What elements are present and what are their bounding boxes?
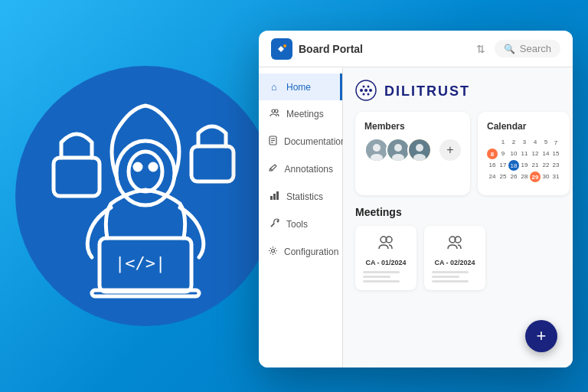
svg-point-10	[283, 44, 286, 47]
cal-day-23[interactable]: 23	[551, 160, 560, 171]
cal-day-10[interactable]: 10	[508, 149, 519, 159]
circle-background: |</>|	[15, 66, 276, 326]
cal-day-28[interactable]: 28	[520, 172, 529, 182]
meeting-lines-2	[432, 271, 478, 283]
brand-logo-icon	[355, 80, 377, 101]
sidebar-item-statistics[interactable]: Statistics	[259, 183, 342, 211]
fab-button[interactable]: +	[525, 320, 557, 352]
cal-day-21[interactable]: 21	[530, 160, 541, 171]
svg-point-25	[368, 93, 370, 96]
svg-text:|</>|: |</>|	[115, 253, 165, 273]
meeting-icon-2	[446, 234, 463, 254]
app-window: Board Portal ⇅ 🔍 Search ⌂ Home	[259, 31, 573, 368]
meeting-line	[363, 276, 390, 278]
cal-header-2: 2	[508, 138, 519, 148]
sidebar-label-annotations: Annotations	[285, 164, 333, 175]
cards-row: Members	[355, 112, 560, 195]
add-member-button[interactable]: +	[439, 139, 461, 161]
meeting-line	[363, 280, 400, 283]
svg-rect-14	[270, 196, 273, 200]
cal-day-26[interactable]: 26	[508, 172, 519, 182]
members-avatars: +	[364, 138, 461, 162]
cal-day-18-highlighted[interactable]: 18	[508, 160, 519, 171]
svg-rect-0	[54, 158, 100, 196]
sidebar-label-documentation: Documentation	[284, 136, 346, 147]
search-icon: 🔍	[504, 44, 515, 54]
sidebar-item-meetings[interactable]: Meetings	[259, 100, 342, 128]
documentation-icon	[268, 136, 278, 148]
cal-day-24[interactable]: 24	[487, 172, 498, 182]
cal-day-8-today[interactable]: 8	[487, 149, 498, 159]
cal-day-31[interactable]: 31	[551, 172, 560, 182]
meetings-icon	[268, 108, 280, 120]
brand-name: DiliTrust	[384, 82, 470, 100]
members-card: Members	[355, 112, 470, 195]
sidebar-item-home[interactable]: ⌂ Home	[259, 74, 342, 100]
svg-point-27	[373, 144, 381, 152]
cal-day-16[interactable]: 16	[487, 160, 498, 171]
svg-point-3	[129, 152, 162, 191]
svg-rect-1	[191, 146, 234, 181]
cal-day-15[interactable]: 15	[551, 149, 560, 159]
meetings-section: Meetings CA - 01/2024	[355, 206, 560, 290]
meeting-icon-1	[377, 234, 394, 254]
calendar-card: Calendar 1 2 3 4 5 7 8 9 10 11	[478, 112, 570, 195]
svg-rect-16	[276, 191, 279, 200]
cal-day-14[interactable]: 14	[541, 149, 550, 159]
sort-icon[interactable]: ⇅	[476, 43, 485, 55]
cal-day-9[interactable]: 9	[498, 149, 508, 159]
meeting-label-1: CA - 01/2024	[365, 259, 406, 266]
configuration-icon	[268, 246, 278, 258]
hacker-illustration: |</>|	[38, 89, 253, 303]
meeting-label-2: CA - 02/2024	[434, 259, 475, 266]
cal-day-22[interactable]: 22	[541, 160, 550, 171]
svg-point-30	[394, 144, 402, 152]
sidebar-item-configuration[interactable]: Configuration	[259, 238, 342, 266]
meetings-section-title: Meetings	[355, 206, 560, 218]
sidebar-label-meetings: Meetings	[286, 109, 324, 119]
meeting-line	[363, 271, 400, 273]
svg-point-19	[360, 89, 363, 92]
svg-point-5	[150, 164, 156, 170]
svg-point-11	[272, 109, 275, 113]
sidebar-item-tools[interactable]: Tools	[259, 211, 342, 238]
sidebar-item-annotations[interactable]: Annotations	[259, 155, 342, 183]
cal-day-29[interactable]: 29	[530, 172, 541, 182]
search-placeholder: Search	[520, 43, 551, 54]
avatar-3	[407, 138, 432, 162]
cal-day-25[interactable]: 25	[498, 172, 508, 182]
meeting-line	[432, 280, 469, 283]
calendar-card-title: Calendar	[487, 121, 560, 132]
brand-header: DiliTrust	[355, 80, 560, 101]
cal-day-30[interactable]: 30	[541, 172, 550, 182]
meetings-row: CA - 01/2024	[355, 226, 560, 290]
cal-header-1: 1	[498, 138, 508, 148]
svg-point-33	[416, 144, 423, 152]
cal-day-11[interactable]: 11	[520, 149, 529, 159]
sidebar-label-tools: Tools	[286, 219, 308, 230]
cal-header-5: 5	[541, 138, 550, 148]
annotations-icon	[268, 163, 279, 175]
cal-day-7[interactable]: 7	[551, 138, 560, 148]
cal-day-empty-1	[487, 183, 498, 186]
fab-icon: +	[537, 326, 547, 346]
cal-header-4: 4	[530, 138, 541, 148]
sidebar-label-home: Home	[286, 82, 311, 93]
meeting-card-1[interactable]: CA - 01/2024	[355, 226, 416, 290]
svg-point-22	[363, 86, 365, 88]
cal-day-12[interactable]: 12	[530, 149, 541, 159]
meeting-card-2[interactable]: CA - 02/2024	[424, 226, 485, 290]
sidebar-item-documentation[interactable]: Documentation	[259, 128, 342, 155]
search-bar[interactable]: 🔍 Search	[495, 40, 560, 57]
home-icon: ⌂	[268, 81, 280, 93]
cal-day-17[interactable]: 17	[498, 160, 508, 171]
main-content: ⌂ Home Meetings	[259, 67, 573, 368]
sidebar-label-statistics: Statistics	[286, 191, 323, 202]
sidebar: ⌂ Home Meetings	[259, 67, 343, 368]
calendar-grid: 1 2 3 4 5 7 8 9 10 11 12 14 15	[487, 138, 560, 186]
meeting-lines-1	[363, 271, 409, 283]
members-card-title: Members	[364, 121, 461, 132]
cal-day-19[interactable]: 19	[520, 160, 529, 171]
left-illustration: |</>|	[0, 0, 291, 392]
meeting-line	[432, 276, 459, 278]
